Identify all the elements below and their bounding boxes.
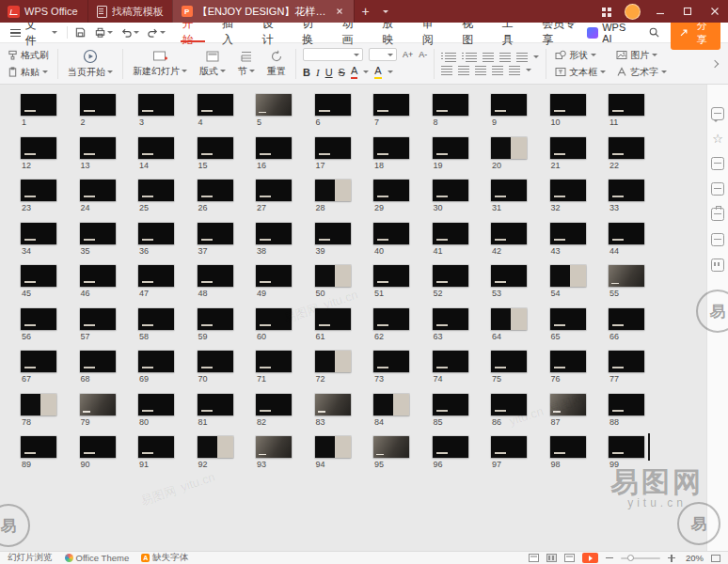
slide-thumbnail[interactable] xyxy=(491,94,527,116)
numbered-list-icon[interactable] xyxy=(466,53,477,62)
slide-thumbnail[interactable] xyxy=(198,308,233,330)
qr-icon[interactable] xyxy=(711,258,724,272)
slide-thumbnail[interactable] xyxy=(609,436,644,458)
zoom-in-button[interactable] xyxy=(668,555,675,562)
slide-thumbnail[interactable] xyxy=(609,94,644,116)
translate-icon[interactable] xyxy=(711,233,724,246)
slide-thumbnail[interactable] xyxy=(80,265,116,287)
section-button[interactable]: 节 xyxy=(235,50,258,78)
menu-item-工具[interactable]: 工具 xyxy=(501,23,526,42)
align-center-icon[interactable] xyxy=(458,66,469,75)
slide-thumbnail[interactable] xyxy=(433,436,468,458)
slide-thumbnail[interactable] xyxy=(256,394,292,415)
apps-grid-icon[interactable] xyxy=(592,0,619,23)
layout-button[interactable]: 版式 xyxy=(197,50,229,78)
slide-thumbnail[interactable] xyxy=(21,137,56,159)
slide-thumbnail[interactable] xyxy=(256,223,292,244)
slide-thumbnail[interactable] xyxy=(198,265,233,287)
menu-item-开始[interactable]: 开始 xyxy=(181,23,205,42)
slide-thumbnail[interactable] xyxy=(491,351,527,372)
slide-thumbnail[interactable] xyxy=(433,180,468,201)
star-icon[interactable]: ☆ xyxy=(712,133,723,145)
menu-item-切换[interactable]: 切换 xyxy=(301,23,325,42)
slide-thumbnail[interactable] xyxy=(315,436,351,458)
new-tab-button[interactable]: + xyxy=(354,0,377,23)
slide-thumbnail[interactable] xyxy=(256,265,292,287)
increase-font-button[interactable]: A+ xyxy=(403,49,413,60)
paste-button[interactable]: 粘贴 xyxy=(6,66,51,79)
text-color-caret-icon[interactable] xyxy=(363,70,369,73)
slideshow-play-button[interactable] xyxy=(582,553,598,563)
slide-thumbnail[interactable] xyxy=(550,223,586,244)
tab-list-caret-icon[interactable] xyxy=(377,0,394,23)
slide-thumbnail[interactable] xyxy=(433,223,468,244)
slide-thumbnail[interactable] xyxy=(198,223,233,244)
slide-thumbnail[interactable] xyxy=(315,137,351,159)
minimize-button[interactable] xyxy=(646,0,673,23)
save-button[interactable] xyxy=(74,23,87,42)
slide-thumbnail[interactable] xyxy=(550,94,586,116)
slide-thumbnail[interactable] xyxy=(198,137,233,159)
maximize-button[interactable] xyxy=(673,0,701,23)
slide-thumbnail[interactable] xyxy=(138,265,174,287)
slide-thumbnail[interactable] xyxy=(21,180,56,201)
fit-to-window-button[interactable] xyxy=(711,555,720,562)
slide-thumbnail[interactable] xyxy=(256,94,292,116)
slide-thumbnail[interactable] xyxy=(609,308,644,330)
menu-item-插入[interactable]: 插入 xyxy=(221,23,245,42)
ribbon-scroll-right[interactable] xyxy=(707,48,722,80)
highlight-caret-icon[interactable] xyxy=(388,70,393,73)
slide-thumbnail[interactable] xyxy=(550,137,586,159)
slide-thumbnail[interactable] xyxy=(491,265,527,287)
slide-thumbnail[interactable] xyxy=(138,94,174,116)
slide-thumbnail[interactable] xyxy=(315,394,351,415)
align-justify-icon[interactable] xyxy=(492,66,503,75)
slide-thumbnail[interactable] xyxy=(315,94,351,116)
slide-thumbnail[interactable] xyxy=(80,394,116,415)
slide-thumbnail[interactable] xyxy=(315,308,351,330)
slide-thumbnail[interactable] xyxy=(433,265,468,287)
slide-thumbnail[interactable] xyxy=(315,351,351,372)
signature-icon[interactable] xyxy=(711,182,724,196)
insert-wordart-button[interactable]: 艺术字 xyxy=(614,66,669,79)
slide-thumbnail[interactable] xyxy=(21,94,56,116)
decrease-indent-icon[interactable] xyxy=(483,53,494,62)
reset-button[interactable]: 重置 xyxy=(264,50,289,78)
slide-thumbnail[interactable] xyxy=(315,180,351,201)
wps-logo[interactable]: WPS Office xyxy=(0,0,87,23)
slide-thumbnail[interactable] xyxy=(373,436,409,458)
menu-item-设计[interactable]: 设计 xyxy=(261,23,285,42)
new-slide-button[interactable]: 新建幻灯片 xyxy=(130,50,190,78)
slide-thumbnail[interactable] xyxy=(609,223,644,244)
slide-thumbnail[interactable] xyxy=(138,223,174,244)
slide-thumbnail[interactable] xyxy=(491,137,527,159)
search-icon[interactable] xyxy=(648,23,660,42)
slide-thumbnail[interactable] xyxy=(433,394,468,415)
slide-thumbnail[interactable] xyxy=(433,94,468,116)
document-tab-1[interactable]: 找稿荒模板 xyxy=(87,0,172,23)
reading-view-button[interactable] xyxy=(564,554,575,562)
slide-thumbnail[interactable] xyxy=(21,223,56,244)
slide-thumbnail[interactable] xyxy=(80,94,116,116)
slide-thumbnail[interactable] xyxy=(609,394,644,415)
zoom-slider-knob[interactable] xyxy=(627,555,634,561)
slide-thumbnail[interactable] xyxy=(609,351,644,372)
avatar[interactable] xyxy=(619,0,646,23)
menu-item-审阅[interactable]: 审阅 xyxy=(421,23,446,42)
document-tab-2[interactable]: P 【ENJOY DESIGN】花样年华... xyxy=(172,0,354,23)
slide-thumbnail[interactable] xyxy=(80,436,116,458)
insert-shape-button[interactable]: 形状 xyxy=(553,49,608,62)
slide-thumbnail[interactable] xyxy=(550,180,586,201)
wps-ai-button[interactable]: WPS AI xyxy=(587,23,637,42)
align-right-icon[interactable] xyxy=(475,66,486,75)
slide-thumbnail[interactable] xyxy=(138,351,174,372)
slide-thumbnail[interactable] xyxy=(21,436,56,458)
strikethrough-button[interactable]: S xyxy=(339,67,345,78)
slide-thumbnail[interactable] xyxy=(80,308,116,330)
text-direction-icon[interactable] xyxy=(509,66,520,75)
slide-thumbnail[interactable] xyxy=(433,308,468,330)
slide-thumbnail[interactable] xyxy=(198,394,233,415)
slide-thumbnail[interactable] xyxy=(198,436,233,458)
slide-sorter-view-button[interactable] xyxy=(546,554,557,562)
print-button[interactable] xyxy=(94,23,113,42)
